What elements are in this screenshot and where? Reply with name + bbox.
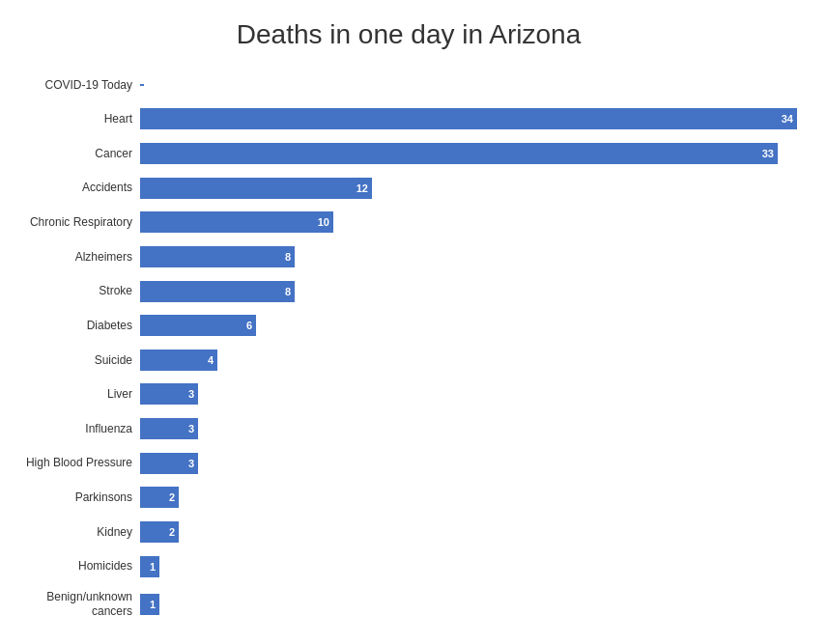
bar-row: High Blood Pressure3 — [10, 453, 808, 474]
bar-fill: 33 — [140, 143, 778, 164]
bar-track: 2 — [140, 487, 808, 508]
bar-value: 1 — [150, 599, 156, 610]
bar-row: COVID-19 Today — [10, 74, 808, 96]
bar-label: Benign/unknown cancers — [10, 590, 140, 618]
bar-label: Diabetes — [10, 319, 140, 332]
bar-fill: 2 — [140, 487, 179, 508]
bar-label: Chronic Respiratory — [10, 215, 140, 229]
bar-track: 8 — [140, 246, 808, 267]
bar-label: COVID-19 Today — [10, 78, 140, 92]
bar-track: 3 — [140, 418, 808, 439]
chart-container: Deaths in one day in Arizona COVID-19 To… — [0, 0, 827, 644]
bar-track: 1 — [140, 556, 808, 577]
bar-fill: 3 — [140, 418, 198, 439]
bar-row: Chronic Respiratory10 — [10, 211, 808, 233]
bar-fill: 1 — [140, 594, 159, 615]
bar-track: 34 — [140, 108, 808, 129]
bar-row: Alzheimers8 — [10, 246, 808, 267]
bar-value: 2 — [169, 526, 175, 538]
bar-fill — [140, 84, 144, 86]
bar-label: Liver — [10, 387, 140, 401]
bar-track: 12 — [140, 178, 808, 199]
bar-value: 3 — [188, 423, 194, 434]
bar-label: Influenza — [10, 422, 140, 435]
bar-row: Influenza3 — [10, 418, 808, 439]
bar-label: Kidney — [10, 525, 140, 539]
bar-track: 8 — [140, 281, 808, 302]
bar-fill: 12 — [140, 178, 372, 199]
bar-row: Parkinsons2 — [10, 487, 808, 508]
bar-track — [140, 84, 808, 86]
bar-fill: 34 — [140, 108, 797, 129]
bar-value: 4 — [208, 354, 214, 366]
bar-label: High Blood Pressure — [10, 456, 140, 469]
bar-fill: 3 — [140, 383, 198, 405]
bar-fill: 1 — [140, 556, 159, 577]
bar-value: 1 — [150, 561, 156, 573]
bar-track: 3 — [140, 453, 808, 474]
bar-fill: 3 — [140, 453, 198, 474]
bar-row: Accidents12 — [10, 178, 808, 199]
bar-value: 34 — [782, 113, 793, 125]
chart-title: Deaths in one day in Arizona — [10, 19, 808, 50]
bar-track: 3 — [140, 383, 808, 405]
bar-value: 6 — [246, 320, 252, 331]
bar-value: 3 — [188, 458, 194, 469]
bar-fill: 6 — [140, 315, 256, 336]
bar-track: 10 — [140, 211, 808, 233]
bar-row: Heart34 — [10, 108, 808, 129]
bar-label: Stroke — [10, 284, 140, 297]
bar-row: Kidney2 — [10, 521, 808, 543]
bar-value: 8 — [285, 251, 291, 263]
bar-row: Diabetes6 — [10, 315, 808, 336]
bar-label: Parkinsons — [10, 490, 140, 504]
bar-label: Alzheimers — [10, 250, 140, 264]
bar-fill: 4 — [140, 350, 217, 371]
bar-value: 2 — [169, 491, 175, 503]
bar-value: 3 — [188, 388, 194, 400]
bar-row: Stroke8 — [10, 281, 808, 302]
bar-row: Homicides1 — [10, 556, 808, 577]
bar-label: Suicide — [10, 353, 140, 367]
bar-fill: 10 — [140, 211, 333, 233]
bar-row: Suicide4 — [10, 350, 808, 371]
bar-label: Accidents — [10, 181, 140, 194]
bar-row: Cancer33 — [10, 143, 808, 164]
bar-value: 8 — [285, 286, 291, 297]
bar-label: Heart — [10, 112, 140, 126]
bar-track: 33 — [140, 143, 808, 164]
bar-label: Cancer — [10, 147, 140, 160]
bar-row: Benign/unknown cancers1 — [10, 590, 808, 618]
bar-track: 1 — [140, 594, 808, 615]
chart-body: COVID-19 TodayHeart34Cancer33Accidents12… — [10, 68, 808, 625]
bar-fill: 2 — [140, 521, 179, 543]
bar-value: 12 — [356, 182, 368, 194]
bar-fill: 8 — [140, 246, 295, 267]
bar-track: 4 — [140, 350, 808, 371]
bar-value: 33 — [762, 148, 774, 159]
bar-label: Homicides — [10, 559, 140, 573]
bar-fill: 8 — [140, 281, 295, 302]
bar-row: Liver3 — [10, 383, 808, 405]
bar-value: 10 — [318, 216, 329, 228]
bar-track: 2 — [140, 521, 808, 543]
bar-track: 6 — [140, 315, 808, 336]
